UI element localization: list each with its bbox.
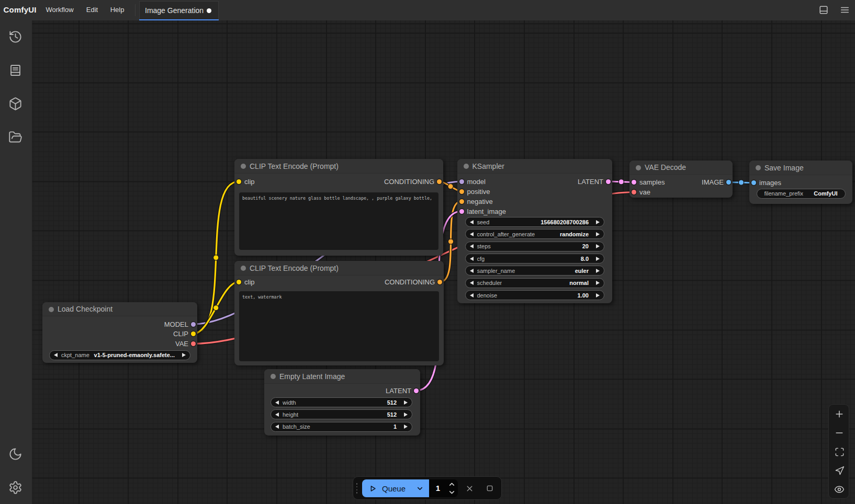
widget-value[interactable]: 512	[387, 399, 397, 406]
widget-value[interactable]: randomize	[560, 231, 589, 237]
node-clip-text-encode-negative[interactable]: CLIP Text Encode (Prompt)clipCONDITIONIN…	[234, 261, 444, 365]
widget-value[interactable]: 8.0	[581, 256, 589, 262]
output-slot-CLIP[interactable]: CLIP	[42, 329, 197, 339]
queue-log-icon[interactable]	[8, 63, 22, 77]
node-title-bar[interactable]: Empty Latent Image	[264, 369, 420, 384]
node-ksampler[interactable]: KSamplermodelpositivenegativelatent_imag…	[457, 159, 613, 303]
batch-count-value[interactable]: 1	[429, 479, 447, 497]
menu-edit[interactable]: Edit	[83, 0, 102, 20]
input-slot-negative[interactable]: negative	[457, 197, 613, 207]
zoom-in-icon[interactable]	[829, 405, 850, 423]
node-title-bar[interactable]: Load Checkpoint	[42, 302, 197, 316]
widget-decrement-arrow-icon[interactable]	[470, 220, 474, 224]
widget-scheduler[interactable]: schedulernormal	[465, 278, 605, 288]
widget-value[interactable]: 1	[393, 423, 397, 430]
widget-denoise[interactable]: denoise1.00	[465, 290, 605, 300]
input-slot-images[interactable]: images	[749, 178, 852, 188]
widget-value[interactable]: 1.00	[578, 292, 589, 299]
model-library-icon[interactable]	[8, 97, 22, 111]
stop-square-icon[interactable]	[481, 480, 498, 497]
output-slot-MODEL[interactable]: MODEL	[42, 319, 197, 329]
clear-queue-x-icon[interactable]	[461, 480, 478, 497]
widget-sampler_name[interactable]: sampler_nameeuler	[465, 266, 605, 276]
widget-decrement-arrow-icon[interactable]	[470, 257, 474, 261]
widget-decrement-arrow-icon[interactable]	[470, 232, 474, 236]
node-title-bar[interactable]: KSampler	[457, 159, 613, 174]
prompt-textarea[interactable]: text, watermark	[239, 291, 439, 362]
widget-decrement-arrow-icon[interactable]	[275, 413, 279, 417]
input-port-dot[interactable]	[459, 209, 464, 214]
input-port-dot[interactable]	[751, 180, 756, 185]
node-title-bar[interactable]: Save Image	[749, 161, 852, 175]
widget-decrement-arrow-icon[interactable]	[275, 400, 279, 405]
input-port-dot[interactable]	[459, 199, 464, 204]
widget-batch_size[interactable]: batch_size1	[271, 422, 412, 432]
output-port-dot[interactable]	[606, 179, 611, 184]
widget-value[interactable]: ComfyUI	[814, 190, 837, 197]
node-title-bar[interactable]: VAE Decode	[629, 161, 733, 175]
output-port-dot[interactable]	[437, 280, 442, 284]
workflow-history-icon[interactable]	[8, 30, 22, 44]
menu-help[interactable]: Help	[108, 0, 127, 20]
output-slot-IMAGE[interactable]: IMAGE	[629, 177, 733, 187]
output-slot-LATENT[interactable]: LATENT	[264, 386, 420, 396]
node-save-image[interactable]: Save Imageimagesfilename_prefixComfyUI	[749, 161, 852, 204]
theme-toggle-moon-icon[interactable]	[8, 447, 22, 461]
input-slot-positive[interactable]: positive	[457, 187, 613, 197]
node-title-bar[interactable]: CLIP Text Encode (Prompt)	[234, 261, 444, 276]
widget-value[interactable]: 156680208700286	[541, 219, 589, 225]
input-port-dot[interactable]	[459, 189, 464, 194]
output-port-dot[interactable]	[414, 388, 419, 393]
output-slot-VAE[interactable]: VAE	[42, 339, 197, 349]
widget-height[interactable]: height512	[271, 409, 412, 419]
widget-value[interactable]: v1-5-pruned-emaonly.safete...	[94, 352, 175, 358]
node-empty-latent-image[interactable]: Empty Latent ImageLATENTwidth512height51…	[264, 369, 420, 436]
input-slot-latent_image[interactable]: latent_image	[457, 207, 613, 216]
widget-value[interactable]: normal	[569, 280, 589, 286]
widget-seed[interactable]: seed156680208700286	[465, 217, 605, 227]
widget-value[interactable]: euler	[575, 268, 589, 274]
widget-increment-arrow-icon[interactable]	[596, 220, 600, 224]
widget-width[interactable]: width512	[271, 397, 412, 407]
widget-increment-arrow-icon[interactable]	[596, 281, 600, 285]
output-slot-LATENT[interactable]: LATENT	[457, 177, 613, 187]
widget-increment-arrow-icon[interactable]	[596, 257, 600, 261]
menu-workflow[interactable]: Workflow	[44, 0, 75, 20]
fit-view-icon[interactable]	[829, 442, 850, 461]
input-slot-vae[interactable]: vae	[629, 187, 733, 197]
widget-value[interactable]: 20	[582, 243, 589, 249]
widget-decrement-arrow-icon[interactable]	[470, 293, 474, 297]
widget-increment-arrow-icon[interactable]	[182, 353, 186, 357]
widget-decrement-arrow-icon[interactable]	[470, 281, 474, 285]
output-port-dot[interactable]	[437, 179, 442, 184]
batch-increment-icon[interactable]	[446, 480, 457, 488]
workflows-folder-icon[interactable]	[8, 130, 22, 144]
widget-increment-arrow-icon[interactable]	[404, 413, 408, 417]
widget-decrement-arrow-icon[interactable]	[275, 425, 279, 429]
node-load-checkpoint[interactable]: Load CheckpointMODELCLIPVAEckpt_namev1-5…	[42, 302, 197, 363]
widget-increment-arrow-icon[interactable]	[596, 244, 600, 248]
node-vae-decode[interactable]: VAE DecodesamplesvaeIMAGE	[629, 161, 733, 198]
widget-decrement-arrow-icon[interactable]	[470, 244, 474, 248]
widget-ckpt_name[interactable]: ckpt_namev1-5-pruned-emaonly.safete...	[49, 350, 190, 360]
settings-gear-icon[interactable]	[8, 480, 22, 495]
output-slot-CONDITIONING[interactable]: CONDITIONING	[234, 177, 443, 187]
widget-increment-arrow-icon[interactable]	[596, 232, 600, 236]
tab-image-generation[interactable]: Image Generation	[139, 1, 219, 20]
queue-run-button[interactable]: Queue	[362, 479, 429, 497]
widget-value[interactable]: 512	[387, 411, 397, 418]
output-port-dot[interactable]	[726, 180, 731, 185]
drag-grip-icon[interactable]	[355, 483, 358, 494]
batch-decrement-icon[interactable]	[446, 488, 457, 496]
toggle-links-eye-icon[interactable]	[829, 480, 850, 499]
widget-cfg[interactable]: cfg8.0	[465, 254, 605, 264]
widget-increment-arrow-icon[interactable]	[596, 269, 600, 273]
zoom-out-icon[interactable]	[829, 423, 850, 442]
widget-increment-arrow-icon[interactable]	[404, 400, 408, 405]
widget-increment-arrow-icon[interactable]	[596, 293, 600, 297]
output-port-dot[interactable]	[191, 341, 196, 346]
widget-decrement-arrow-icon[interactable]	[54, 353, 58, 357]
widget-increment-arrow-icon[interactable]	[404, 425, 408, 429]
panel-bottom-icon[interactable]	[819, 5, 828, 17]
output-slot-CONDITIONING[interactable]: CONDITIONING	[234, 277, 444, 287]
